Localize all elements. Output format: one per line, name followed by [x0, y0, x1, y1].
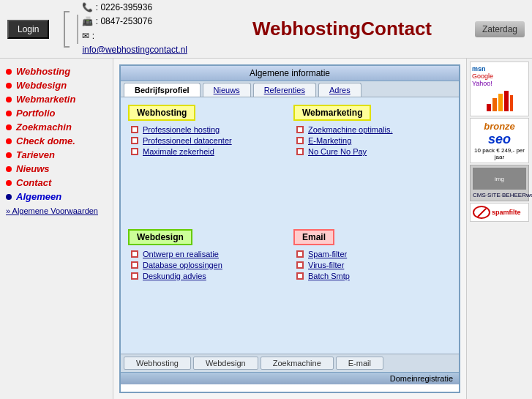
item-label: Zoekmachine optimalis.: [308, 125, 393, 134]
bullet-icon: [131, 250, 138, 258]
section-webmarketing: Webmarketing Zoekmachine optimalis. E-Ma…: [293, 105, 452, 222]
bullet-icon: [296, 137, 304, 144]
bullet-icon: [131, 272, 138, 280]
item-label: Ontwerp en realisatie: [143, 250, 219, 258]
bottom-tab-webhosting[interactable]: Webhosting: [124, 357, 191, 370]
sidebar-link-voorwaarden[interactable]: » Algemene Voorwaarden: [6, 206, 107, 215]
dot-nieuws: [6, 166, 12, 172]
tab-adres[interactable]: Adres: [318, 83, 361, 97]
list-item[interactable]: Database oplossingen: [131, 261, 286, 269]
dot-contact: [6, 180, 12, 186]
list-item[interactable]: Zoekmachine optimalis.: [296, 125, 452, 134]
tab-nieuws[interactable]: Nieuws: [203, 83, 251, 97]
sidebar-item-webdesign[interactable]: Webdesign: [6, 80, 107, 91]
section-items-webmarketing: Zoekmachine optimalis. E-Marketing No Cu…: [293, 125, 452, 156]
sidebar-label-webhosting: Webhosting: [16, 66, 70, 77]
sidebar-label-algemeen: Algemeen: [16, 191, 61, 202]
list-item[interactable]: Deskundig advies: [131, 272, 286, 280]
bullet-icon: [296, 261, 304, 269]
bullet-icon: [296, 148, 304, 155]
bottom-tabs: Webhosting Webdesign Zoekmachine E-mail: [121, 354, 459, 372]
sidebar-label-nieuws: Nieuws: [16, 163, 50, 174]
bottom-tab-webdesign[interactable]: Webdesign: [193, 357, 258, 370]
bottom-tab-zoekmachine[interactable]: Zoekmachine: [261, 357, 334, 370]
phone-icon: 📞: [82, 2, 93, 12]
bullet-icon: [131, 126, 138, 133]
list-item[interactable]: Professionele hosting: [131, 125, 286, 134]
list-item[interactable]: Spam-filter: [296, 250, 452, 258]
sidebar-item-checkdome[interactable]: Check dome.: [6, 135, 107, 146]
seo-label: seo: [473, 132, 526, 147]
section-title-email: Email: [293, 229, 334, 245]
section-items-webdesign: Ontwerp en realisatie Database oplossing…: [128, 250, 286, 280]
yahoo-label: Yahoo!: [472, 80, 492, 87]
tab-bedrijfsprofiel[interactable]: Bedrijfsprofiel: [124, 83, 201, 97]
list-item[interactable]: Batch Smtp: [296, 272, 452, 280]
chart-icon: [485, 89, 514, 111]
item-label: Maximale zekerheid: [143, 147, 214, 156]
section-title-webhosting: Webhosting: [128, 105, 195, 121]
msn-label: msn: [472, 65, 486, 72]
email-line: ✉ :: [82, 29, 187, 43]
content-area: Webhosting Professionele hosting Profess…: [121, 97, 459, 354]
phone-line: 📞 : 0226-395936: [82, 1, 187, 15]
bottom-tab-email[interactable]: E-mail: [336, 357, 383, 370]
sidebar-label-checkdome: Check dome.: [16, 135, 75, 146]
window-titlebar: Algemene informatie: [121, 66, 459, 81]
item-label: Professionele hosting: [143, 125, 220, 134]
svg-rect-4: [510, 95, 513, 111]
google-label: Google: [472, 72, 493, 80]
dot-checkdome: [6, 138, 12, 144]
dot-webmarketing: [6, 97, 12, 102]
right-sidebar: msn Google Yahoo! bronze seo 10 pack € 2…: [466, 59, 532, 399]
item-label: Database oplossingen: [143, 261, 222, 269]
ad-bronze-seo[interactable]: bronze seo 10 pack € 249,- per jaar: [470, 118, 529, 163]
sidebar-item-webhosting[interactable]: Webhosting: [6, 66, 107, 77]
ad-cms[interactable]: img CMS·SITE·BEHEERwebsite: [470, 165, 529, 201]
bullet-icon: [296, 272, 304, 280]
sidebar-item-zoekmachine[interactable]: Zoekmachin: [6, 122, 107, 133]
sidebar: Webhosting Webdesign Webmarketin Portfol…: [0, 59, 113, 399]
list-item[interactable]: Maximale zekerheid: [131, 147, 286, 156]
list-item[interactable]: No Cure No Pay: [296, 147, 452, 156]
sidebar-label-portfolio: Portfolio: [16, 108, 55, 119]
day-badge: Zaterdag: [475, 21, 525, 37]
fax-icon: 📠: [82, 16, 93, 26]
sidebar-item-algemeen[interactable]: Algemeen: [6, 191, 107, 202]
item-label: Batch Smtp: [308, 272, 350, 280]
ad-search-engines[interactable]: msn Google Yahoo!: [470, 61, 529, 116]
tab-referenties[interactable]: Referenties: [253, 83, 316, 97]
sidebar-label-webmarketing: Webmarketin: [16, 94, 75, 105]
status-bar: Domeinregistratie: [121, 372, 459, 384]
sidebar-item-contact[interactable]: Contact: [6, 177, 107, 188]
list-item[interactable]: Professioneel datacenter: [131, 136, 286, 145]
svg-rect-0: [487, 104, 491, 111]
sidebar-item-portfolio[interactable]: Portfolio: [6, 108, 107, 119]
sidebar-item-webmarketing[interactable]: Webmarketin: [6, 94, 107, 105]
section-title-webdesign: Webdesign: [128, 229, 192, 245]
no-mail-icon: [473, 206, 490, 219]
center-content: Algemene informatie Bedrijfsprofiel Nieu…: [113, 59, 466, 399]
sidebar-label-webdesign: Webdesign: [16, 80, 67, 91]
list-item[interactable]: E-Marketing: [296, 136, 452, 145]
sidebar-item-nieuws[interactable]: Nieuws: [6, 163, 107, 174]
email-address: info@webhostingcontact.nl: [82, 43, 187, 57]
cms-image: img: [473, 168, 526, 190]
bullet-icon: [131, 148, 138, 155]
item-label: Spam-filter: [308, 250, 347, 258]
svg-rect-2: [498, 94, 503, 111]
pack-label: 10 pack € 249,- per jaar: [473, 147, 526, 160]
sidebar-label-tarieven: Tarieven: [16, 149, 55, 160]
bronze-label: bronze: [473, 121, 526, 132]
list-item[interactable]: Virus-filter: [296, 261, 452, 269]
login-button[interactable]: Login: [7, 20, 49, 39]
list-item[interactable]: Ontwerp en realisatie: [131, 250, 286, 258]
section-email: Email Spam-filter Virus-filter Batch: [293, 229, 452, 346]
ad-spamfilter[interactable]: spamfilte: [470, 203, 529, 222]
sidebar-item-tarieven[interactable]: Tarieven: [6, 149, 107, 160]
tabs-bar: Bedrijfsprofiel Nieuws Referenties Adres: [121, 81, 459, 97]
dot-algemeen: [6, 194, 12, 200]
header: Login 📞 : 0226-395936 📠 : 0847-253076 ✉ …: [0, 0, 532, 59]
cms-text: img: [495, 176, 504, 182]
dot-webdesign: [6, 83, 12, 89]
